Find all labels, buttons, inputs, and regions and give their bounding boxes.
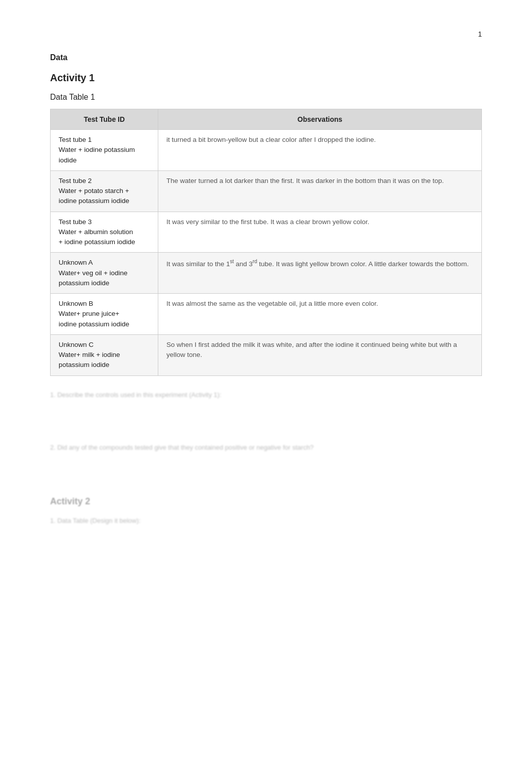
question-1-text: 1. Describe the controls used in this ex… — [50, 391, 482, 399]
activity-title: Activity 1 — [50, 72, 482, 84]
question-2-section: 2. Did any of the compounds tested give … — [50, 444, 482, 484]
observation-5: It was almost the same as the vegetable … — [158, 294, 482, 335]
test-tube-id-6: Unknown C Water+ milk + iodine potassium… — [51, 334, 158, 375]
activity-2-title: Activity 2 — [50, 496, 482, 507]
data-table: Test Tube ID Observations Test tube 1 Wa… — [50, 109, 482, 376]
table-row: Unknown B Water+ prune juice+ iodine pot… — [51, 294, 482, 335]
observation-4: It was similar to the 1st and 3rd tube. … — [158, 253, 482, 294]
observation-1: it turned a bit brown-yellow but a clear… — [158, 130, 482, 171]
observation-3: It was very similar to the first tube. I… — [158, 212, 482, 253]
column-header-observations: Observations — [158, 109, 482, 130]
page-number: 1 — [50, 30, 482, 38]
table-title: Data Table 1 — [50, 93, 482, 102]
answer-space-2 — [50, 454, 482, 484]
table-row: Test tube 3 Water + albumin solution + i… — [51, 212, 482, 253]
column-header-id: Test Tube ID — [51, 109, 158, 130]
section-title: Data — [50, 53, 482, 62]
activity-2-question-text: 1. Data Table (Design it below): — [50, 517, 482, 524]
test-tube-id-2: Test tube 2 Water + potato starch + iodi… — [51, 170, 158, 212]
question-2-text: 2. Did any of the compounds tested give … — [50, 444, 482, 451]
test-tube-id-5: Unknown B Water+ prune juice+ iodine pot… — [51, 294, 158, 335]
test-tube-id-1: Test tube 1 Water + iodine potassium iod… — [51, 130, 158, 171]
table-row: Unknown C Water+ milk + iodine potassium… — [51, 334, 482, 375]
test-tube-id-3: Test tube 3 Water + albumin solution + i… — [51, 212, 158, 253]
test-tube-id-4: Unknown A Water+ veg oil + iodine potass… — [51, 253, 158, 294]
observation-6: So when I first added the milk it was wh… — [158, 334, 482, 375]
activity-2-question-section: 1. Data Table (Design it below): — [50, 517, 482, 558]
observation-2: The water turned a lot darker than the f… — [158, 170, 482, 212]
table-row: Test tube 1 Water + iodine potassium iod… — [51, 130, 482, 171]
table-row: Unknown A Water+ veg oil + iodine potass… — [51, 253, 482, 294]
activity-2-answer-space — [50, 528, 482, 558]
table-row: Test tube 2 Water + potato starch + iodi… — [51, 170, 482, 212]
question-1-section: 1. Describe the controls used in this ex… — [50, 391, 482, 432]
answer-space-1 — [50, 402, 482, 432]
